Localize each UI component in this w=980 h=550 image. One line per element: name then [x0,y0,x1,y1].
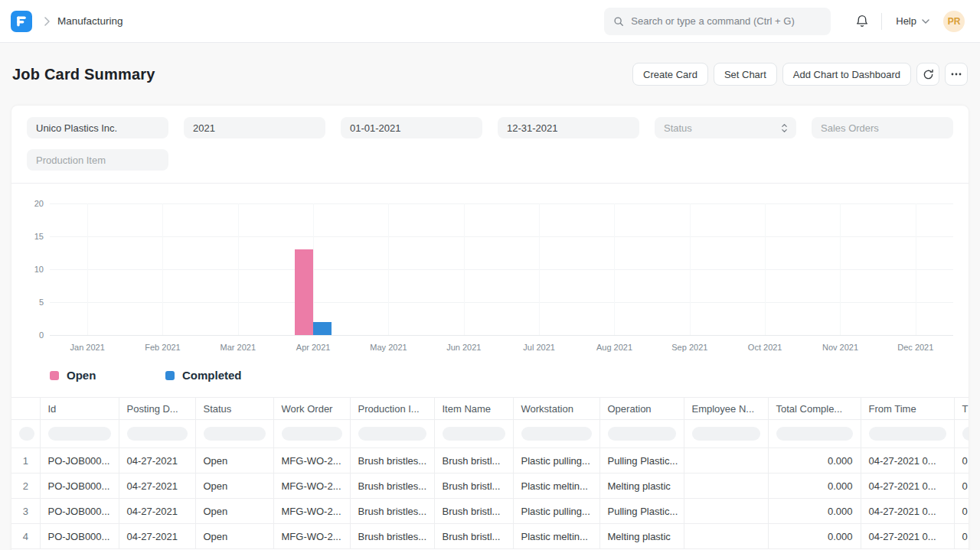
column-filter-input[interactable] [48,427,111,441]
cell-status: Open [195,499,273,524]
column-filter-input[interactable] [869,427,946,441]
filter-fiscal-year[interactable]: 2021 [184,117,325,138]
cell-id[interactable]: PO-JOB000... [40,448,119,474]
search-input[interactable] [631,15,822,27]
help-menu[interactable]: Help [896,15,929,27]
cell-id[interactable]: PO-JOB000... [40,474,119,499]
column-header-id[interactable]: Id [40,398,119,420]
row-number: 2 [11,474,40,499]
gridline [614,203,615,335]
breadcrumb[interactable]: Manufacturing [57,15,123,27]
legend-item-completed[interactable]: Completed [165,369,281,382]
column-filter-cell [273,420,350,448]
column-header-from-time[interactable]: From Time [861,398,954,420]
refresh-button[interactable] [916,63,939,86]
column-filter-input[interactable] [521,427,592,441]
add-chart-to-dashboard-button[interactable]: Add Chart to Dashboard [782,63,911,86]
column-filter-input[interactable] [282,427,342,441]
column-header-item-name[interactable]: Item Name [434,398,513,420]
gridline [464,203,465,335]
set-chart-button[interactable]: Set Chart [714,63,777,86]
cell-id[interactable]: PO-JOB000... [40,499,119,524]
gridline [690,203,691,335]
filter-status[interactable]: Status [655,117,796,138]
column-filter-input[interactable] [692,427,760,441]
column-filter-input[interactable] [443,427,505,441]
report-table-wrap: IdPosting D...StatusWork OrderProduction… [11,397,969,549]
row-number: 4 [11,524,40,549]
cell-item-name: Brush bristl... [434,524,513,549]
cell-operation: Pulling Plastic... [599,448,684,474]
gridline [765,203,766,335]
column-filter-input[interactable] [776,427,853,441]
column-header-t[interactable]: T [954,398,969,420]
column-filter-cell [599,420,684,448]
column-header-status[interactable]: Status [195,398,273,420]
table-head: IdPosting D...StatusWork OrderProduction… [11,398,969,448]
cell-workstation: Plastic meltin... [513,474,599,499]
page-head: Job Card Summary Create Card Set Chart A… [0,43,980,106]
notifications-bell-icon[interactable] [855,14,869,28]
global-search[interactable] [604,8,831,35]
bar-completed-apr-2021[interactable] [313,322,332,335]
cell-posting-d: 04-27-2021 [119,524,195,549]
ellipsis-icon [951,73,962,76]
create-card-button[interactable]: Create Card [632,63,708,86]
cell-workstation: Plastic pulling... [513,448,599,474]
avatar[interactable]: PR [943,11,965,32]
column-header-employee-n[interactable]: Employee N... [684,398,768,420]
column-header-operation[interactable]: Operation [599,398,684,420]
filter-sales-orders-text: Sales Orders [821,122,879,134]
row-number: 3 [11,499,40,524]
cell-item-name: Brush bristl... [434,474,513,499]
column-filter-cell [119,420,195,448]
column-filter-input[interactable] [19,427,34,441]
row-number: 1 [11,448,40,474]
column-header-posting-d[interactable]: Posting D... [119,398,195,420]
chart-slot: Aug 2021 [577,203,652,335]
filter-company-text: Unico Plastics Inc. [36,122,117,134]
filter-from-date-text: 01-01-2021 [350,122,401,134]
column-filter-input[interactable] [358,427,426,441]
filter-to-date[interactable]: 12-31-2021 [498,117,639,138]
report-card: Unico Plastics Inc.202101-01-202112-31-2… [11,106,969,550]
menu-button[interactable] [945,63,968,86]
column-filter-cell [768,420,861,448]
filter-production-item[interactable]: Production Item [27,149,168,171]
y-axis-tick: 20 [21,199,44,208]
cell-t: 0 [954,474,969,499]
filter-sales-orders[interactable]: Sales Orders [812,117,953,138]
filter-from-date[interactable]: 01-01-2021 [341,117,482,138]
cell-total-comple: 0.000 [768,448,861,474]
column-filter-input[interactable] [127,427,188,441]
column-filter-input[interactable] [204,427,266,441]
gridline [840,203,841,335]
chart: 05101520Jan 2021Feb 2021Mar 2021Apr 2021… [11,184,969,397]
chart-slot: Oct 2021 [727,203,802,335]
column-filter-input[interactable] [608,427,676,441]
chart-slot: May 2021 [351,203,426,335]
report-table: IdPosting D...StatusWork OrderProduction… [11,397,969,549]
cell-work-order: MFG-WO-2... [273,474,350,499]
cell-id[interactable]: PO-JOB000... [40,524,119,549]
app-logo-icon[interactable] [11,11,32,32]
navbar-divider [881,13,882,30]
column-header-work-order[interactable]: Work Order [273,398,350,420]
column-header-total-comple[interactable]: Total Comple... [768,398,861,420]
bar-open-apr-2021[interactable] [295,249,313,335]
cell-employee-n [684,499,768,524]
gridline [388,203,389,335]
filter-to-date-text: 12-31-2021 [507,122,558,134]
cell-operation: Pulling Plastic... [599,499,684,524]
legend-item-open[interactable]: Open [50,369,165,382]
column-header-production-i[interactable]: Production I... [350,398,434,420]
column-filter-cell [11,420,40,448]
column-header-workstation[interactable]: Workstation [513,398,599,420]
cell-work-order: MFG-WO-2... [273,499,350,524]
column-filter-input[interactable] [962,427,969,441]
chart-slot: Jul 2021 [501,203,577,335]
filter-company[interactable]: Unico Plastics Inc. [27,117,168,138]
gridline [539,203,540,335]
cell-employee-n [684,474,768,499]
table-row: 2PO-JOB000...04-27-2021OpenMFG-WO-2...Br… [11,474,969,499]
